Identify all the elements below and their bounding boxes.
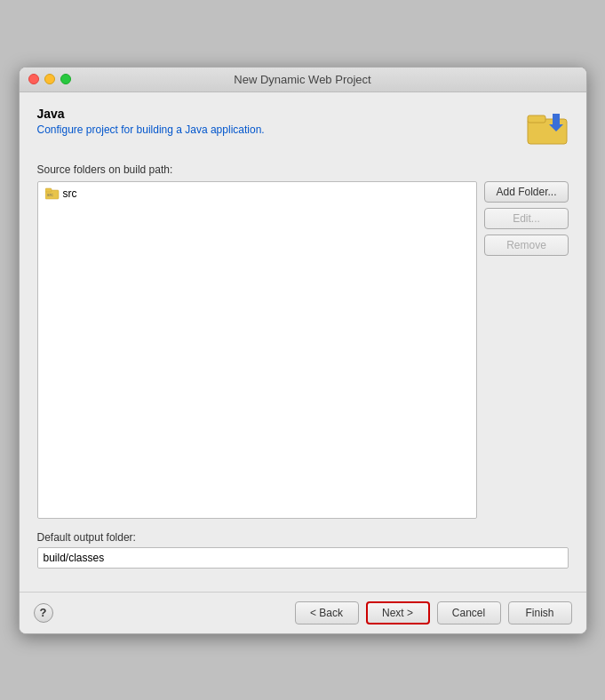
add-folder-button[interactable]: Add Folder...: [484, 181, 568, 203]
java-folder-icon: [526, 107, 569, 149]
maximize-button[interactable]: [60, 74, 71, 84]
finish-button[interactable]: Finish: [508, 601, 572, 624]
close-button[interactable]: [28, 74, 39, 84]
dialog-window: New Dynamic Web Project Java Configure p…: [19, 67, 587, 634]
minimize-button[interactable]: [44, 74, 55, 84]
page-description: Configure project for building a Java ap…: [37, 123, 265, 136]
bottom-bar: ? < Back Next > Cancel Finish: [20, 592, 586, 633]
window-title: New Dynamic Web Project: [234, 73, 370, 86]
nav-buttons: < Back Next > Cancel Finish: [295, 601, 572, 624]
action-buttons: Add Folder... Edit... Remove: [484, 181, 568, 519]
svg-rect-1: [528, 115, 545, 123]
cancel-button[interactable]: Cancel: [437, 601, 501, 624]
output-label: Default output folder:: [37, 531, 569, 544]
list-item: src src: [42, 186, 474, 202]
traffic-lights: [28, 74, 71, 84]
titlebar: New Dynamic Web Project: [20, 68, 586, 92]
src-folder-icon: src: [45, 187, 60, 200]
edit-button[interactable]: Edit...: [484, 208, 568, 229]
help-button[interactable]: ?: [34, 603, 53, 623]
next-button[interactable]: Next >: [366, 601, 430, 624]
output-folder-input[interactable]: [37, 547, 569, 569]
source-section-label: Source folders on build path:: [37, 163, 569, 176]
header-section: Java Configure project for building a Ja…: [37, 107, 569, 149]
source-list[interactable]: src src: [37, 181, 478, 519]
build-path-area: src src Add Folder... Edit... Remove: [37, 181, 569, 519]
page-heading: Java: [37, 107, 265, 121]
back-button[interactable]: < Back: [295, 601, 359, 624]
main-content: Java Configure project for building a Ja…: [20, 92, 586, 583]
remove-button[interactable]: Remove: [484, 235, 568, 256]
folder-icon-svg: [526, 107, 569, 149]
header-text: Java Configure project for building a Ja…: [37, 107, 265, 136]
src-item-label: src: [63, 187, 77, 200]
svg-text:src: src: [47, 192, 53, 197]
